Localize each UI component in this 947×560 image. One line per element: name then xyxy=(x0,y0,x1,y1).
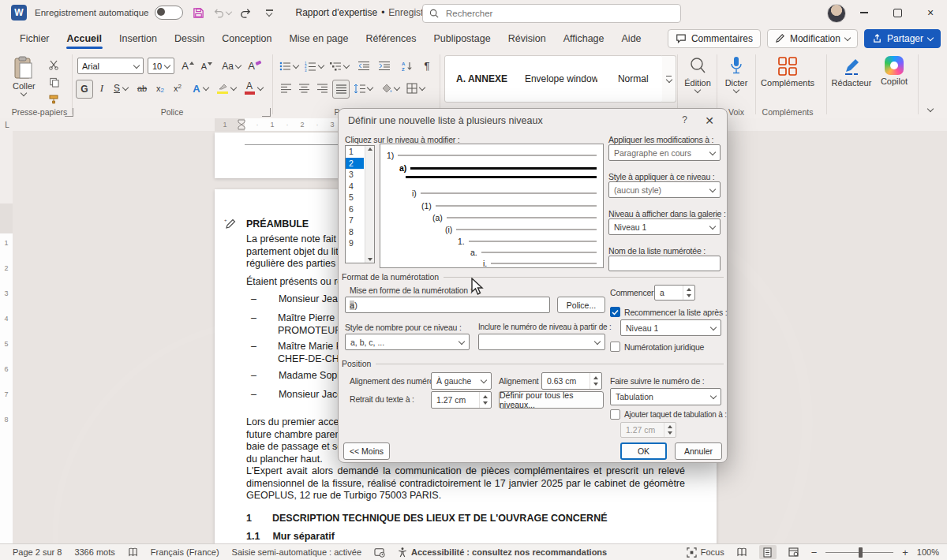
shrink-font-button[interactable]: A xyxy=(199,58,215,74)
level-item[interactable]: 7 xyxy=(346,215,364,226)
superscript-button[interactable]: x2 xyxy=(170,80,185,97)
tab-mise-en-page[interactable]: Mise en page xyxy=(280,28,357,50)
text-predictions-icon[interactable] xyxy=(374,547,385,558)
spin-down-icon[interactable] xyxy=(687,294,691,297)
style-normal[interactable]: Normal xyxy=(618,73,649,84)
text-indent-spinner[interactable]: 1.27 cm xyxy=(431,391,492,409)
comments-button[interactable]: Commentaires xyxy=(668,29,761,48)
legal-numbering-checkbox-row[interactable]: Numérotation juridique xyxy=(610,342,704,352)
number-style-select[interactable]: a, b, c, ... xyxy=(345,334,470,350)
dialog-help-button[interactable]: ? xyxy=(682,114,687,125)
tabstop-checkbox[interactable] xyxy=(610,409,620,420)
spin-down-icon[interactable] xyxy=(593,383,598,386)
page-indicator[interactable]: Page 2 sur 8 xyxy=(13,547,62,557)
grow-font-button[interactable]: A xyxy=(180,58,196,74)
tabstop-checkbox-row[interactable]: Ajouter taquet de tabulation à : xyxy=(610,409,727,420)
save-icon[interactable] xyxy=(189,4,207,21)
tracked-change-pencil-icon[interactable]: + xyxy=(224,218,237,230)
sort-button[interactable]: AZ xyxy=(398,58,417,74)
style-envelope-window[interactable]: Envelope window xyxy=(525,73,597,84)
follow-number-select[interactable]: Tabulation xyxy=(610,388,721,405)
dictate-button[interactable]: Dicter xyxy=(720,56,753,92)
indent-marker-icon[interactable] xyxy=(238,119,245,130)
collapse-ribbon-icon[interactable] xyxy=(927,106,934,112)
word-count[interactable]: 3366 mots xyxy=(74,547,114,557)
share-button[interactable]: Partager xyxy=(864,29,941,48)
increase-indent-button[interactable] xyxy=(376,58,393,74)
level-item[interactable]: 5 xyxy=(346,192,364,203)
justify-button[interactable] xyxy=(332,80,350,99)
restart-list-checkbox-row[interactable]: Recommencer la liste après : xyxy=(610,307,727,317)
level-item[interactable]: 3 xyxy=(346,169,364,181)
font-name-combo[interactable]: Arial xyxy=(77,58,144,74)
web-layout-button[interactable] xyxy=(785,545,803,559)
alignment-spinner[interactable]: 0.63 cm xyxy=(541,372,602,390)
style-level-select[interactable]: (aucun style) xyxy=(608,181,721,198)
apply-changes-select[interactable]: Paragraphe en cours xyxy=(608,144,721,161)
addins-button[interactable]: Compléments xyxy=(762,56,814,88)
tab-insertion[interactable]: Insertion xyxy=(110,28,166,50)
quick-access-menu-icon[interactable] xyxy=(260,4,278,21)
spin-up-icon[interactable] xyxy=(687,288,691,291)
start-at-spinner[interactable]: a xyxy=(654,285,695,301)
maximize-button[interactable] xyxy=(881,0,914,25)
align-center-button[interactable] xyxy=(296,80,312,97)
edition-button[interactable]: Édition xyxy=(681,56,714,92)
editor-button[interactable]: Rédacteur xyxy=(829,56,874,88)
format-painter-button[interactable] xyxy=(46,92,62,106)
italic-button[interactable]: I xyxy=(95,80,109,97)
editing-mode-button[interactable]: Modification xyxy=(767,29,858,48)
less-button[interactable]: << Moins xyxy=(343,442,390,460)
proofing-icon[interactable] xyxy=(128,547,138,558)
cancel-button[interactable]: Annuler xyxy=(675,442,722,460)
word-logo-icon[interactable]: W xyxy=(11,5,27,21)
clear-formatting-button[interactable]: A xyxy=(246,58,264,74)
zoom-level[interactable]: 100% xyxy=(917,547,939,557)
bold-button[interactable]: G xyxy=(76,80,93,99)
list-name-input[interactable] xyxy=(608,256,721,271)
tab-fichier[interactable]: Fichier xyxy=(11,28,58,50)
level-item[interactable]: 4 xyxy=(346,181,364,192)
level-item[interactable]: 6 xyxy=(346,203,364,215)
listbox-scrollbar[interactable] xyxy=(365,146,374,263)
zoom-out-button[interactable]: − xyxy=(811,547,818,558)
numbering-button[interactable]: 123 xyxy=(303,58,325,74)
undo-button[interactable] xyxy=(213,4,230,21)
subscript-button[interactable]: x2 xyxy=(152,80,168,97)
font-color-button[interactable]: A xyxy=(241,80,265,97)
tab-references[interactable]: Références xyxy=(357,28,425,50)
autosave-toggle[interactable] xyxy=(155,6,183,20)
highlight-button[interactable] xyxy=(215,80,238,97)
read-mode-button[interactable] xyxy=(733,545,750,559)
tab-conception[interactable]: Conception xyxy=(213,28,280,50)
restart-checkbox[interactable] xyxy=(610,307,620,317)
include-level-select[interactable] xyxy=(478,334,605,350)
zoom-slider-thumb[interactable] xyxy=(859,547,863,558)
zoom-slider[interactable] xyxy=(825,552,893,553)
shading-button[interactable] xyxy=(379,80,401,97)
cut-button[interactable] xyxy=(46,58,62,72)
paste-button[interactable]: Coller xyxy=(13,56,36,95)
search-box[interactable] xyxy=(422,4,681,23)
tab-aide[interactable]: Aide xyxy=(613,28,650,50)
change-case-button[interactable]: Aa xyxy=(219,58,243,74)
dialog-title[interactable]: Définir une nouvelle liste à plusieurs n… xyxy=(348,115,543,126)
level-item[interactable]: 1 xyxy=(346,146,364,158)
line-spacing-button[interactable] xyxy=(352,80,374,97)
autocomplete-indicator[interactable]: Saisie semi-automatique : activée xyxy=(232,547,361,557)
legal-checkbox[interactable] xyxy=(610,342,620,352)
search-input[interactable] xyxy=(444,8,637,19)
align-left-button[interactable] xyxy=(278,80,294,97)
tab-dessin[interactable]: Dessin xyxy=(166,28,213,50)
ok-button[interactable]: OK xyxy=(620,442,667,460)
show-marks-button[interactable]: ¶ xyxy=(420,58,434,74)
number-format-input[interactable]: a) xyxy=(345,297,550,313)
level-item[interactable]: 9 xyxy=(346,237,364,249)
number-alignment-select[interactable]: À gauche xyxy=(431,372,492,390)
level-item-selected[interactable]: 2 xyxy=(346,158,364,170)
tab-revision[interactable]: Révision xyxy=(500,28,555,50)
tab-publipostage[interactable]: Publipostage xyxy=(425,28,499,50)
font-button[interactable]: Police... xyxy=(557,297,605,313)
spin-up-icon[interactable] xyxy=(593,376,598,379)
document-title[interactable]: Rapport d'expertise • Enregistré xyxy=(295,7,440,18)
